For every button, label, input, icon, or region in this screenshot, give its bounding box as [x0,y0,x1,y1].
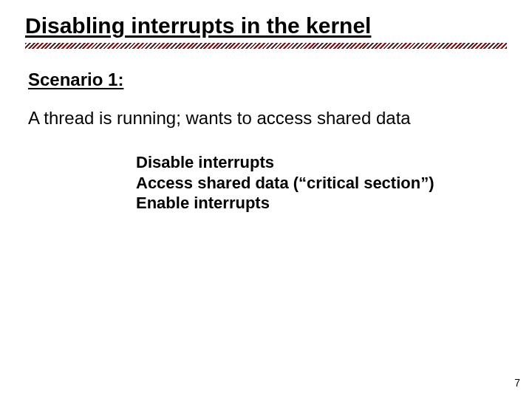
slide-title: Disabling interrupts in the kernel [25,13,507,38]
step-line: Enable interrupts [136,193,507,214]
slide: Disabling interrupts in the kernel Scena… [0,0,532,399]
title-underline-rule [25,43,507,49]
steps-block: Disable interrupts Access shared data (“… [136,152,507,214]
step-line: Access shared data (“critical section”) [136,173,507,194]
scenario-heading: Scenario 1: [28,69,507,90]
page-number: 7 [514,377,520,389]
scenario-description: A thread is running; wants to access sha… [28,108,507,129]
step-line: Disable interrupts [136,152,507,173]
